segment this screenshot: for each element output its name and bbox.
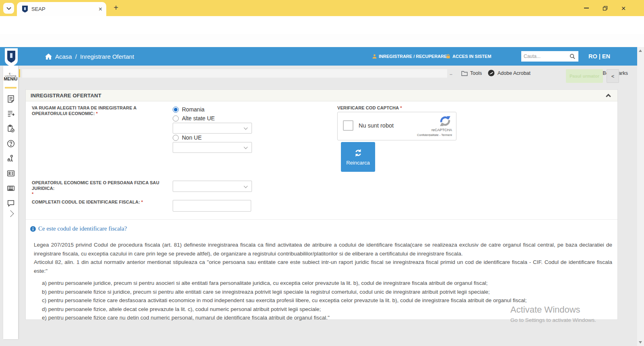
breadcrumb: Acasa / Inregistrare Ofertant xyxy=(45,47,134,66)
restore-icon xyxy=(603,6,608,11)
side-menu-title: MENIU xyxy=(3,76,18,81)
required-marker: * xyxy=(96,111,97,116)
language-switch[interactable]: RO | EN xyxy=(588,47,610,66)
radio-romania[interactable] xyxy=(173,107,179,113)
tab-title: SEAP xyxy=(31,6,99,12)
select-non-ue[interactable] xyxy=(173,142,252,153)
recaptcha-terms-link[interactable]: Confidențialitate - Termeni xyxy=(417,133,452,137)
entity-label-text: OPERATORUL ECONOMIC ESTE O PERSOANA FIZI… xyxy=(32,180,159,191)
radio-romania-label[interactable]: Romania xyxy=(182,106,204,113)
radio-non-ue[interactable] xyxy=(173,135,179,141)
cif-input[interactable] xyxy=(173,200,251,212)
bookmarks-overflow[interactable]: .. xyxy=(450,70,452,76)
browser-titlebar: SEAP × + × xyxy=(0,0,644,16)
register-recover-link[interactable]: INREGISTRARE / RECUPERARE xyxy=(372,47,447,66)
panel-title: INREGISTRARE OFERTANT xyxy=(31,90,101,101)
breadcrumb-current: Inregistrare Ofertant xyxy=(80,53,134,60)
clipboard-check-icon xyxy=(6,124,15,133)
tab-close-icon[interactable]: × xyxy=(99,6,102,12)
chevron-down-icon xyxy=(244,184,248,188)
legal-item: a) pentru persoanele juridice, precum si… xyxy=(34,279,612,288)
legal-paragraph: Articolul 82, alin. 1 din actul normativ… xyxy=(34,258,612,275)
legal-item: c) pentru persoanele fizice care desfaso… xyxy=(34,296,612,305)
site-search-input[interactable] xyxy=(521,54,570,59)
breadcrumb-home[interactable]: Acasa xyxy=(55,53,72,60)
menu-item-operator[interactable] xyxy=(6,153,16,163)
info-icon xyxy=(30,226,36,232)
breadcrumb-separator: / xyxy=(75,53,77,60)
required-marker: * xyxy=(400,105,402,110)
new-tab-button[interactable]: + xyxy=(111,3,121,13)
cif-info-link[interactable]: Ce este codul de identificare fiscala? xyxy=(30,225,127,232)
collapse-panel-button[interactable]: < xyxy=(607,69,619,83)
recaptcha-widget: Nu sunt robot reCAPTCHA Confidențialitat… xyxy=(337,112,456,140)
country-label: VA RUGAM ALEGETI TARA DE INREGISTRARE A … xyxy=(32,105,167,116)
menu-item-proceduri[interactable] xyxy=(6,109,16,119)
bookmarks-bar: .. Tools Adobe Acrobat All Bookmarks xyxy=(0,34,644,47)
scroll-up-icon[interactable] xyxy=(639,49,642,52)
bookmark-tools[interactable]: Tools xyxy=(470,70,482,76)
archive-icon xyxy=(6,184,15,193)
collapse-up-icon[interactable] xyxy=(606,94,611,99)
captcha-label-text: VERIFICARE COD CAPTCHA xyxy=(337,105,399,110)
bookmarks-placeholder xyxy=(22,69,447,78)
site-search xyxy=(521,51,578,62)
captcha-reload-button[interactable]: Reincarca xyxy=(341,142,375,172)
side-menu-divider xyxy=(5,87,17,89)
seap-favicon-icon xyxy=(22,6,28,12)
panel-divider xyxy=(26,219,617,220)
document-icon xyxy=(6,95,15,103)
adobe-acrobat-icon xyxy=(488,70,495,76)
menu-expand-chevron-icon[interactable] xyxy=(7,210,14,217)
menu-item-news[interactable] xyxy=(6,94,16,104)
radio-alte-ue-label[interactable]: Alte state UE xyxy=(182,115,215,122)
seap-logo-icon[interactable] xyxy=(4,48,19,67)
radio-alte-ue[interactable] xyxy=(173,115,179,122)
required-marker: * xyxy=(32,192,33,196)
recaptcha-text: Nu sunt robot xyxy=(359,122,394,129)
radio-non-ue-label[interactable]: Non UE xyxy=(182,134,202,141)
system-access-link[interactable]: ACCES IN SISTEM xyxy=(446,47,491,66)
legal-item: b) pentru persoanele fizice si juridice,… xyxy=(34,288,612,297)
recaptcha-checkbox[interactable] xyxy=(343,120,353,131)
browser-tab[interactable]: SEAP × xyxy=(17,2,106,16)
search-icon[interactable] xyxy=(570,54,575,59)
select-alte-ue[interactable] xyxy=(173,123,252,134)
chevron-down-icon xyxy=(6,7,11,10)
menu-item-mesaje[interactable] xyxy=(6,198,16,208)
country-label-text: VA RUGAM ALEGETI TARA DE INREGISTRARE A … xyxy=(32,105,136,116)
page-scrollbar[interactable] xyxy=(637,47,644,346)
legal-paragraph: Legea 207/2015 privind Codul de procedur… xyxy=(34,241,612,258)
radio-row-alte-ue: Alte state UE xyxy=(173,115,215,122)
radio-row-romania: Romania xyxy=(173,106,204,113)
window-close-button[interactable]: × xyxy=(614,0,633,16)
entity-label: OPERATORUL ECONOMIC ESTE O PERSOANA FIZI… xyxy=(32,180,173,197)
recaptcha-logo-icon xyxy=(439,115,451,127)
select-entity-type[interactable] xyxy=(173,181,252,192)
menu-item-arhiva[interactable] xyxy=(6,183,16,193)
person-briefcase-icon xyxy=(6,154,15,163)
menu-item-ajutor[interactable] xyxy=(6,138,16,148)
person-icon xyxy=(372,54,377,59)
chevron-down-icon xyxy=(244,126,248,130)
menu-item-documente[interactable] xyxy=(6,124,16,134)
panel-header: INREGISTRARE OFERTANT xyxy=(26,90,617,101)
window-minimize-button[interactable] xyxy=(577,0,596,16)
minimize-icon xyxy=(584,8,589,8)
watermark-line1: Activate Windows xyxy=(510,305,596,315)
cif-info-link-text[interactable]: Ce este codul de identificare fiscala? xyxy=(38,225,127,232)
browser-toolbar: ← → e-licitatie.ro/reg/preRegister/su ☆ … xyxy=(0,16,644,34)
register-panel: INREGISTRARE OFERTANT VA RUGAM ALEGETI T… xyxy=(25,89,618,320)
next-step-button[interactable]: Pasul urmator xyxy=(566,69,603,83)
site-header: Acasa / Inregistrare Ofertant INREGISTRA… xyxy=(0,47,637,66)
radio-row-non-ue: Non UE xyxy=(173,134,202,141)
menu-item-contact[interactable] xyxy=(6,168,16,178)
bookmark-adobe[interactable]: Adobe Acrobat xyxy=(497,70,530,76)
tab-search-button[interactable] xyxy=(3,3,14,14)
register-recover-label: INREGISTRARE / RECUPERARE xyxy=(379,54,447,59)
window-restore-button[interactable] xyxy=(596,0,614,16)
scroll-down-icon[interactable] xyxy=(639,341,642,344)
side-menu: E - LICITATIE MENIU xyxy=(3,66,18,339)
home-icon xyxy=(45,54,52,60)
cif-label: COMPLETATI CODUL DE IDENTIFICARE FISCALA… xyxy=(32,199,173,205)
